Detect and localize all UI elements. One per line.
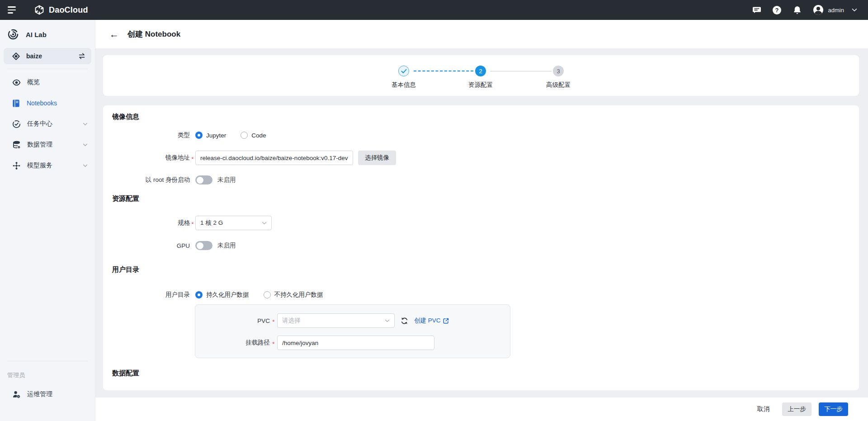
create-pvc-link-label: 创建 PVC [414,317,441,325]
step-2-label: 资源配置 [453,81,508,89]
required-asterisk: * [190,219,195,227]
type-radio-jupyter[interactable] [195,132,203,139]
required-asterisk: * [190,154,195,162]
run-as-root-toggle[interactable] [195,175,212,184]
sidebar-item-notebooks[interactable]: Notebooks [0,93,95,114]
gpu-toggle[interactable] [195,241,212,250]
no-persist-data-radio[interactable] [264,291,271,298]
workspace-name: baize [26,52,42,60]
section-title-data-config: 数据配置 [112,369,859,378]
gpu-row: GPU 未启用 [103,241,859,250]
user-menu-chevron-down-icon[interactable] [850,5,859,14]
home-dir-row: 用户目录 持久化用户数据 不持久化用户数据 [103,291,859,299]
type-option-jupyter-label[interactable]: Jupyter [206,132,226,139]
spec-label: 规格 [103,219,190,227]
main-area: ← 创建 Notebook 2 3 基本信息 资源配置 高级配置 镜像信息 类型… [95,20,868,397]
sidebar-bottom: 管理员 运维管理 [0,356,95,421]
persist-data-label[interactable]: 持久化用户数据 [206,291,249,299]
run-as-root-row: 以 root 身份启动 未启用 [103,175,859,184]
no-persist-data-label[interactable]: 不持久化用户数据 [274,291,323,299]
stepper-connector-dashed [414,71,473,71]
user-avatar[interactable] [813,5,823,15]
step-3-label: 高级配置 [531,81,585,89]
mount-path-row: 挂载路径 * [195,336,510,350]
sidebar: AI Lab baize 概览 [0,20,95,421]
wizard-footer: 取消 上一步 下一步 [95,397,868,421]
menu-toggle-icon[interactable] [8,5,18,15]
pvc-select-placeholder: 请选择 [282,317,301,325]
section-title-home-dir: 用户目录 [112,265,859,274]
task-check-circle-icon [12,120,21,128]
notebook-form: 镜像信息 类型 Jupyter Code 镜像地址 * 选择镜像 以 root … [103,105,859,390]
image-url-row: 镜像地址 * 选择镜像 [103,151,859,165]
run-as-root-status: 未启用 [217,176,236,184]
step-3-pending-circle[interactable]: 3 [553,66,564,76]
sidebar-item-label: 模型服务 [27,161,52,170]
run-as-root-label: 以 root 身份启动 [103,176,190,184]
admin-group-label: 管理员 [0,361,95,384]
type-option-code-label[interactable]: Code [251,132,266,139]
step-1-label: 基本信息 [377,81,431,89]
cancel-button[interactable]: 取消 [757,405,769,413]
sidebar-item-task-center[interactable]: 任务中心 [0,114,95,134]
sidebar-item-ops-management[interactable]: 运维管理 [0,384,95,405]
content: 2 3 基本信息 资源配置 高级配置 镜像信息 类型 Jupyter Code … [95,48,868,397]
pvc-select[interactable]: 请选择 [277,313,395,328]
sidebar-divider [7,69,88,69]
daocloud-logo-icon [34,5,45,15]
type-label: 类型 [103,131,190,139]
back-arrow-icon[interactable]: ← [109,29,119,39]
next-step-button[interactable]: 下一步 [819,402,848,416]
create-pvc-link[interactable]: 创建 PVC [414,317,449,325]
notebook-book-icon [12,99,20,108]
app-title: AI Lab [26,31,47,38]
sidebar-item-label: Notebooks [27,99,57,107]
prev-step-button[interactable]: 上一步 [782,402,811,416]
pvc-label: PVC [195,317,270,324]
type-row: 类型 Jupyter Code [103,131,859,139]
brand-name: DaoCloud [49,5,88,15]
workspace-selector[interactable]: baize [4,48,91,64]
sidebar-item-data-management[interactable]: 数据管理 [0,134,95,155]
help-icon[interactable]: ? [773,5,782,14]
step-1-done-circle[interactable] [398,66,409,76]
gpu-label: GPU [103,242,190,249]
app-header: AI Lab [0,20,95,47]
check-icon [401,69,407,74]
user-gear-icon [12,390,21,399]
home-dir-label: 用户目录 [103,291,190,299]
page-header: ← 创建 Notebook [95,20,868,48]
chevron-down-icon [83,123,88,126]
required-asterisk: * [270,317,277,325]
spec-select[interactable]: 1 核 2 G [195,216,272,230]
section-title-resource-config: 资源配置 [112,194,859,203]
mount-path-label: 挂载路径 [195,339,270,347]
sidebar-item-model-service[interactable]: 模型服务 [0,155,95,176]
chevron-down-icon [83,143,88,147]
workspace-icon [12,52,20,60]
brand: DaoCloud [34,5,88,15]
sidebar-item-label: 任务中心 [27,120,52,128]
page-title: 创建 Notebook [127,29,180,39]
spec-row: 规格 * 1 核 2 G [103,216,859,230]
section-title-image-info: 镜像信息 [112,105,859,121]
sidebar-item-label: 概览 [27,78,40,86]
eye-icon [12,78,21,87]
workspace-swap-icon[interactable] [78,52,86,60]
mount-path-input[interactable] [277,336,434,350]
image-url-input[interactable] [195,151,353,165]
persist-data-radio[interactable] [195,291,203,298]
pvc-row: PVC * 请选择 [195,313,510,328]
sidebar-item-label: 数据管理 [27,141,52,149]
sidebar-item-overview[interactable]: 概览 [0,72,95,93]
required-asterisk: * [270,339,277,347]
select-image-button[interactable]: 选择镜像 [358,151,396,165]
notifications-bell-icon[interactable] [793,5,802,14]
external-link-icon [443,318,449,324]
step-2-active-circle[interactable]: 2 [475,66,486,76]
ai-lab-icon [7,28,19,40]
chevron-down-icon [262,222,267,225]
feedback-chat-icon[interactable] [752,5,761,14]
type-radio-code[interactable] [241,132,248,139]
refresh-icon[interactable] [401,317,408,325]
